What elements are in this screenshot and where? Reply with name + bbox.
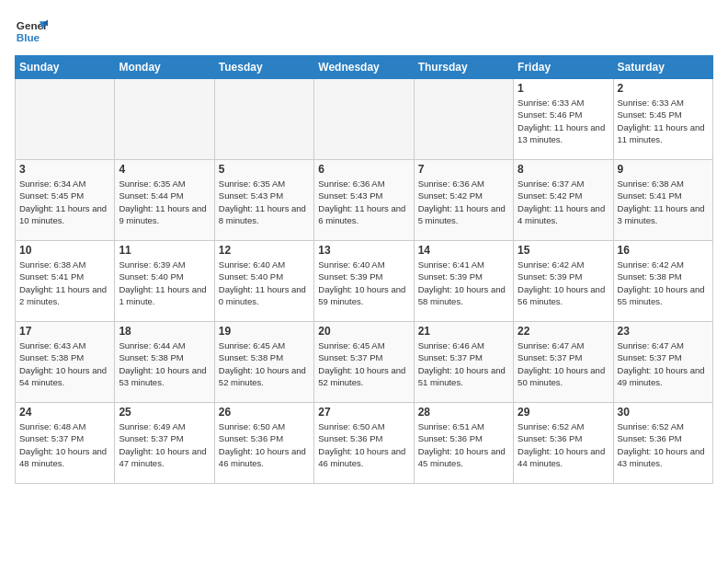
day-number: 3 bbox=[19, 163, 110, 176]
calendar-cell: 1Sunrise: 6:33 AMSunset: 5:46 PMDaylight… bbox=[514, 79, 613, 160]
weekday-header-thursday: Thursday bbox=[414, 56, 513, 79]
day-info: Sunrise: 6:49 AMSunset: 5:37 PMDaylight:… bbox=[119, 420, 210, 469]
day-number: 6 bbox=[318, 163, 409, 176]
day-info: Sunrise: 6:45 AMSunset: 5:38 PMDaylight:… bbox=[219, 339, 310, 388]
day-number: 27 bbox=[318, 406, 409, 419]
calendar-week-4: 17Sunrise: 6:43 AMSunset: 5:38 PMDayligh… bbox=[16, 322, 713, 403]
calendar-cell: 22Sunrise: 6:47 AMSunset: 5:37 PMDayligh… bbox=[514, 322, 613, 403]
day-number: 29 bbox=[518, 406, 609, 419]
day-number: 12 bbox=[219, 244, 310, 257]
logo: General Blue bbox=[15, 15, 51, 48]
day-info: Sunrise: 6:46 AMSunset: 5:37 PMDaylight:… bbox=[418, 339, 509, 388]
calendar-cell: 8Sunrise: 6:37 AMSunset: 5:42 PMDaylight… bbox=[514, 160, 613, 241]
weekday-header-sunday: Sunday bbox=[16, 56, 115, 79]
day-number: 23 bbox=[618, 325, 709, 338]
page-header: General Blue bbox=[15, 15, 713, 48]
calendar-cell: 13Sunrise: 6:40 AMSunset: 5:39 PMDayligh… bbox=[314, 241, 414, 322]
day-info: Sunrise: 6:51 AMSunset: 5:36 PMDaylight:… bbox=[418, 420, 509, 469]
calendar-cell: 20Sunrise: 6:45 AMSunset: 5:37 PMDayligh… bbox=[314, 322, 414, 403]
calendar-cell: 2Sunrise: 6:33 AMSunset: 5:45 PMDaylight… bbox=[613, 79, 712, 160]
calendar-week-5: 24Sunrise: 6:48 AMSunset: 5:37 PMDayligh… bbox=[16, 403, 713, 484]
day-info: Sunrise: 6:48 AMSunset: 5:37 PMDaylight:… bbox=[19, 420, 110, 469]
day-info: Sunrise: 6:42 AMSunset: 5:38 PMDaylight:… bbox=[618, 259, 709, 307]
day-info: Sunrise: 6:47 AMSunset: 5:37 PMDaylight:… bbox=[618, 339, 709, 388]
calendar-week-1: 1Sunrise: 6:33 AMSunset: 5:46 PMDaylight… bbox=[16, 79, 713, 160]
weekday-header-friday: Friday bbox=[514, 56, 613, 79]
day-number: 13 bbox=[318, 244, 409, 257]
calendar-cell: 14Sunrise: 6:41 AMSunset: 5:39 PMDayligh… bbox=[414, 241, 513, 322]
day-info: Sunrise: 6:40 AMSunset: 5:39 PMDaylight:… bbox=[318, 259, 409, 307]
day-info: Sunrise: 6:36 AMSunset: 5:42 PMDaylight:… bbox=[418, 178, 509, 226]
calendar-cell bbox=[314, 79, 414, 160]
day-info: Sunrise: 6:52 AMSunset: 5:36 PMDaylight:… bbox=[618, 420, 709, 469]
day-number: 9 bbox=[618, 163, 709, 176]
calendar-cell: 19Sunrise: 6:45 AMSunset: 5:38 PMDayligh… bbox=[214, 322, 313, 403]
calendar-cell: 30Sunrise: 6:52 AMSunset: 5:36 PMDayligh… bbox=[613, 403, 712, 484]
calendar-cell: 5Sunrise: 6:35 AMSunset: 5:43 PMDaylight… bbox=[214, 160, 313, 241]
day-number: 15 bbox=[518, 244, 609, 257]
calendar-cell: 16Sunrise: 6:42 AMSunset: 5:38 PMDayligh… bbox=[613, 241, 712, 322]
calendar-cell bbox=[115, 79, 214, 160]
day-info: Sunrise: 6:41 AMSunset: 5:39 PMDaylight:… bbox=[418, 259, 509, 307]
svg-text:Blue: Blue bbox=[17, 31, 40, 43]
weekday-header-wednesday: Wednesday bbox=[314, 56, 414, 79]
calendar-cell: 4Sunrise: 6:35 AMSunset: 5:44 PMDaylight… bbox=[115, 160, 214, 241]
calendar-cell: 27Sunrise: 6:50 AMSunset: 5:36 PMDayligh… bbox=[314, 403, 414, 484]
day-info: Sunrise: 6:39 AMSunset: 5:40 PMDaylight:… bbox=[119, 259, 210, 307]
day-number: 5 bbox=[219, 163, 310, 176]
calendar-cell: 10Sunrise: 6:38 AMSunset: 5:41 PMDayligh… bbox=[16, 241, 115, 322]
day-info: Sunrise: 6:35 AMSunset: 5:43 PMDaylight:… bbox=[219, 178, 310, 226]
day-number: 10 bbox=[19, 244, 110, 257]
calendar-table: SundayMondayTuesdayWednesdayThursdayFrid… bbox=[15, 55, 713, 484]
day-info: Sunrise: 6:33 AMSunset: 5:46 PMDaylight:… bbox=[518, 97, 609, 145]
day-info: Sunrise: 6:36 AMSunset: 5:43 PMDaylight:… bbox=[318, 178, 409, 226]
day-number: 22 bbox=[518, 325, 609, 338]
calendar-cell: 11Sunrise: 6:39 AMSunset: 5:40 PMDayligh… bbox=[115, 241, 214, 322]
weekday-header-saturday: Saturday bbox=[613, 56, 712, 79]
calendar-cell: 9Sunrise: 6:38 AMSunset: 5:41 PMDaylight… bbox=[613, 160, 712, 241]
calendar-cell: 12Sunrise: 6:40 AMSunset: 5:40 PMDayligh… bbox=[214, 241, 313, 322]
day-number: 19 bbox=[219, 325, 310, 338]
calendar-week-2: 3Sunrise: 6:34 AMSunset: 5:45 PMDaylight… bbox=[16, 160, 713, 241]
calendar-cell: 26Sunrise: 6:50 AMSunset: 5:36 PMDayligh… bbox=[214, 403, 313, 484]
calendar-cell: 7Sunrise: 6:36 AMSunset: 5:42 PMDaylight… bbox=[414, 160, 513, 241]
day-info: Sunrise: 6:52 AMSunset: 5:36 PMDaylight:… bbox=[518, 420, 609, 469]
day-number: 30 bbox=[618, 406, 709, 419]
day-number: 7 bbox=[418, 163, 509, 176]
day-number: 8 bbox=[518, 163, 609, 176]
day-info: Sunrise: 6:33 AMSunset: 5:45 PMDaylight:… bbox=[618, 97, 709, 145]
calendar-cell: 21Sunrise: 6:46 AMSunset: 5:37 PMDayligh… bbox=[414, 322, 513, 403]
calendar-cell bbox=[214, 79, 313, 160]
day-number: 18 bbox=[119, 325, 210, 338]
logo-icon: General Blue bbox=[15, 15, 48, 48]
calendar-cell: 17Sunrise: 6:43 AMSunset: 5:38 PMDayligh… bbox=[16, 322, 115, 403]
calendar-cell: 18Sunrise: 6:44 AMSunset: 5:38 PMDayligh… bbox=[115, 322, 214, 403]
day-number: 14 bbox=[418, 244, 509, 257]
day-info: Sunrise: 6:35 AMSunset: 5:44 PMDaylight:… bbox=[119, 178, 210, 226]
calendar-week-3: 10Sunrise: 6:38 AMSunset: 5:41 PMDayligh… bbox=[16, 241, 713, 322]
day-info: Sunrise: 6:37 AMSunset: 5:42 PMDaylight:… bbox=[518, 178, 609, 226]
day-number: 16 bbox=[618, 244, 709, 257]
calendar-cell: 23Sunrise: 6:47 AMSunset: 5:37 PMDayligh… bbox=[613, 322, 712, 403]
calendar-cell: 28Sunrise: 6:51 AMSunset: 5:36 PMDayligh… bbox=[414, 403, 513, 484]
day-number: 28 bbox=[418, 406, 509, 419]
weekday-header-tuesday: Tuesday bbox=[214, 56, 313, 79]
calendar-cell bbox=[16, 79, 115, 160]
day-number: 4 bbox=[119, 163, 210, 176]
day-info: Sunrise: 6:44 AMSunset: 5:38 PMDaylight:… bbox=[119, 339, 210, 388]
weekday-header-row: SundayMondayTuesdayWednesdayThursdayFrid… bbox=[16, 56, 713, 79]
day-info: Sunrise: 6:40 AMSunset: 5:40 PMDaylight:… bbox=[219, 259, 310, 307]
day-info: Sunrise: 6:34 AMSunset: 5:45 PMDaylight:… bbox=[19, 178, 110, 226]
calendar-cell: 29Sunrise: 6:52 AMSunset: 5:36 PMDayligh… bbox=[514, 403, 613, 484]
day-number: 1 bbox=[518, 82, 609, 95]
day-info: Sunrise: 6:43 AMSunset: 5:38 PMDaylight:… bbox=[19, 339, 110, 388]
day-info: Sunrise: 6:47 AMSunset: 5:37 PMDaylight:… bbox=[518, 339, 609, 388]
calendar-cell: 3Sunrise: 6:34 AMSunset: 5:45 PMDaylight… bbox=[16, 160, 115, 241]
day-info: Sunrise: 6:38 AMSunset: 5:41 PMDaylight:… bbox=[19, 259, 110, 307]
day-info: Sunrise: 6:42 AMSunset: 5:39 PMDaylight:… bbox=[518, 259, 609, 307]
day-number: 17 bbox=[19, 325, 110, 338]
day-number: 25 bbox=[119, 406, 210, 419]
calendar-cell bbox=[414, 79, 513, 160]
weekday-header-monday: Monday bbox=[115, 56, 214, 79]
calendar-cell: 6Sunrise: 6:36 AMSunset: 5:43 PMDaylight… bbox=[314, 160, 414, 241]
